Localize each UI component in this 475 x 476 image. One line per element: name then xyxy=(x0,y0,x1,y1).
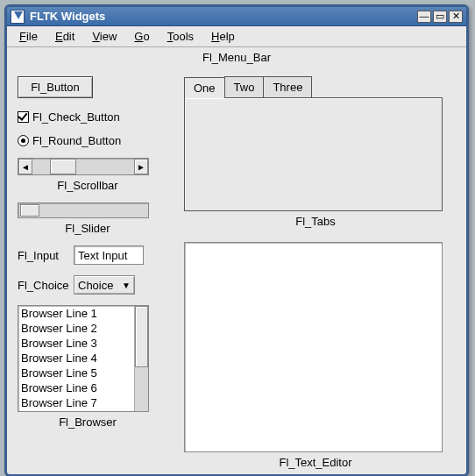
fl-round-button[interactable]: Fl_Round_Button xyxy=(18,134,158,147)
app-window: FLTK Widgets — ▭ ✕ File Edit View Go Too… xyxy=(4,4,469,476)
radio-icon xyxy=(18,135,29,146)
scroll-right-button[interactable]: ► xyxy=(134,159,148,174)
chevron-down-icon: ▼ xyxy=(122,281,131,290)
menu-bar: File Edit View Go Tools Help xyxy=(7,26,466,47)
fl-browser[interactable]: Browser Line 1 Browser Line 2 Browser Li… xyxy=(18,305,149,412)
menu-label: dit xyxy=(63,30,75,43)
menu-label: ile xyxy=(26,30,38,43)
slider-thumb[interactable] xyxy=(20,204,39,217)
list-item[interactable]: Browser Line 3 xyxy=(18,336,134,351)
close-button[interactable]: ✕ xyxy=(449,11,463,23)
browser-scroll-thumb[interactable] xyxy=(135,306,148,367)
slider-caption: Fl_Slider xyxy=(18,222,158,235)
fl-input[interactable] xyxy=(74,245,144,265)
browser-scrollbar[interactable] xyxy=(134,306,148,411)
fl-text-editor[interactable] xyxy=(184,242,443,452)
tab-one[interactable]: One xyxy=(184,77,225,98)
menu-view[interactable]: View xyxy=(83,28,125,45)
menu-label: iew xyxy=(100,30,117,43)
window-title: FLTK Widgets xyxy=(30,10,415,23)
list-item[interactable]: Browser Line 1 xyxy=(18,306,134,321)
menu-edit[interactable]: Edit xyxy=(46,28,83,45)
menu-go[interactable]: Go xyxy=(125,28,158,45)
fl-choice[interactable]: Choice ▼ xyxy=(74,275,135,295)
menu-file[interactable]: File xyxy=(11,28,46,45)
scroll-thumb[interactable] xyxy=(50,159,76,174)
choice-value: Choice xyxy=(78,279,113,292)
scrollbar-caption: Fl_Scrollbar xyxy=(18,179,158,192)
list-item[interactable]: Browser Line 5 xyxy=(18,366,134,380)
menu-label: o xyxy=(143,30,149,43)
browser-caption: Fl_Browser xyxy=(18,416,158,429)
fl-scrollbar: ◄ ► xyxy=(18,158,149,175)
menubar-caption: Fl_Menu_Bar xyxy=(7,47,466,71)
browser-list: Browser Line 1 Browser Line 2 Browser Li… xyxy=(18,306,134,411)
tab-two[interactable]: Two xyxy=(224,76,265,97)
scroll-track[interactable] xyxy=(32,159,134,174)
radio-label: Fl_Round_Button xyxy=(32,134,121,147)
list-item[interactable]: Browser Line 4 xyxy=(18,351,134,366)
choice-label: Fl_Choice xyxy=(18,279,70,292)
list-item[interactable]: Browser Line 2 xyxy=(18,321,134,336)
tabs-caption: Fl_Tabs xyxy=(184,215,447,228)
menu-help[interactable]: Help xyxy=(202,28,244,45)
fl-check-button[interactable]: Fl_Check_Button xyxy=(18,110,158,124)
check-label: Fl_Check_Button xyxy=(32,110,120,124)
menu-tools[interactable]: Tools xyxy=(159,28,202,45)
texteditor-caption: Fl_Text_Editor xyxy=(184,456,447,469)
fl-tabs: One Two Three xyxy=(184,76,443,211)
list-item[interactable]: Browser Line 6 xyxy=(18,380,134,395)
tab-body xyxy=(184,97,443,211)
tab-three[interactable]: Three xyxy=(263,76,312,97)
fl-button[interactable]: Fl_Button xyxy=(18,76,93,98)
input-label: Fl_Input xyxy=(18,249,70,262)
menu-label: elp xyxy=(219,30,234,43)
titlebar: FLTK Widgets — ▭ ✕ xyxy=(7,7,466,26)
menu-label: ools xyxy=(173,30,194,43)
fl-slider[interactable] xyxy=(18,202,149,218)
scroll-left-button[interactable]: ◄ xyxy=(18,159,32,174)
list-item[interactable]: Browser Line 7 xyxy=(18,395,134,410)
maximize-button[interactable]: ▭ xyxy=(433,11,447,23)
minimize-button[interactable]: — xyxy=(417,11,431,23)
app-icon xyxy=(11,10,25,24)
checkbox-icon xyxy=(18,111,29,123)
